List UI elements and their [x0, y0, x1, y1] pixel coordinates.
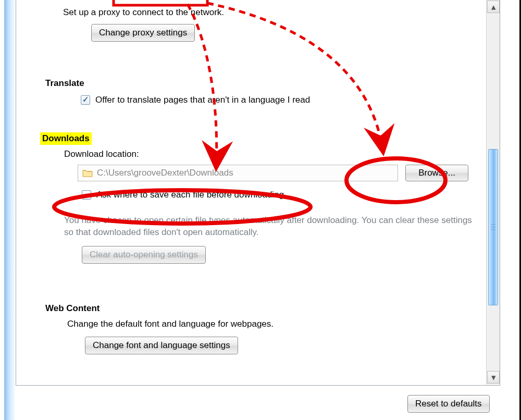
network-description: Set up a proxy to connect to the network…	[63, 7, 470, 18]
settings-content: Set up a proxy to connect to the network…	[16, 0, 484, 386]
reset-to-defaults-button[interactable]: Reset to defaults	[407, 395, 490, 413]
change-font-language-button[interactable]: Change font and language settings	[85, 337, 238, 354]
translate-offer-row[interactable]: Offer to translate pages that aren't in …	[81, 95, 470, 105]
scrollbar-down-arrow[interactable]: ▾	[487, 371, 500, 384]
download-location-value: C:\Users\grooveDexter\Downloads	[97, 168, 233, 178]
translate-offer-label: Offer to translate pages that aren't in …	[95, 95, 310, 105]
browse-button[interactable]: Browse...	[405, 165, 468, 181]
window-left-edge	[4, 0, 15, 420]
downloads-section: Downloads Download location: C:\Users\gr…	[40, 132, 477, 264]
ask-before-download-label: Ask where to save each file before downl…	[96, 190, 284, 200]
ask-before-download-checkbox[interactable]	[82, 190, 91, 200]
settings-panel: Set up a proxy to connect to the network…	[16, 0, 500, 386]
download-location-row: C:\Users\grooveDexter\Downloads Browse..…	[78, 165, 468, 181]
ask-before-download-row[interactable]: Ask where to save each file before downl…	[82, 190, 477, 200]
folder-icon	[82, 169, 93, 177]
translate-offer-checkbox[interactable]	[81, 95, 90, 105]
vertical-scrollbar[interactable]: ▴ ▾	[486, 0, 500, 385]
download-location-label: Download location:	[64, 149, 477, 159]
auto-open-help-text: You have chosen to open certain file typ…	[64, 215, 476, 239]
download-location-path: C:\Users\grooveDexter\Downloads	[78, 165, 398, 181]
downloads-title: Downloads	[40, 132, 92, 145]
web-content-section: Web Content Change the default font and …	[43, 302, 470, 354]
scrollbar-up-arrow[interactable]: ▴	[487, 1, 500, 13]
web-content-title: Web Content	[43, 302, 102, 315]
translate-title: Translate	[43, 77, 86, 90]
window-frame: Set up a proxy to connect to the network…	[0, 0, 521, 420]
scrollbar-track[interactable]	[487, 14, 499, 371]
scrollbar-thumb[interactable]	[488, 149, 498, 305]
translate-section: Translate Offer to translate pages that …	[43, 77, 470, 105]
network-section: Set up a proxy to connect to the network…	[43, 4, 470, 42]
clear-auto-opening-button[interactable]: Clear auto-opening settings	[82, 246, 206, 264]
change-proxy-button[interactable]: Change proxy settings	[91, 24, 195, 42]
web-content-description: Change the default font and language for…	[67, 319, 470, 329]
